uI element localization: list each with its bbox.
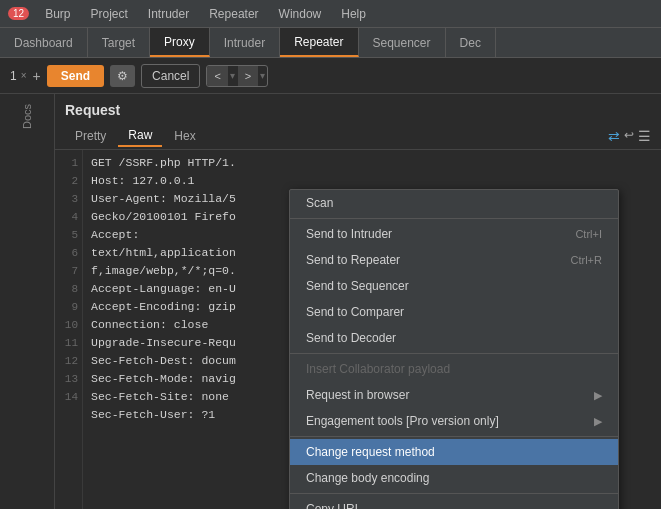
tab-target[interactable]: Target [88,28,150,57]
navigation-buttons: < ▾ > ▾ [206,65,268,87]
ctx-engagement-tools[interactable]: Engagement tools [Pro version only] ▶ [290,408,618,434]
ctx-repeater-shortcut: Ctrl+R [571,254,602,266]
tab-close-btn[interactable]: × [21,70,27,81]
tabs-bar: Dashboard Target Proxy Intruder Repeater… [0,28,661,58]
new-tab-button[interactable]: + [33,68,41,84]
ctx-scan-label: Scan [306,196,333,210]
more-icon[interactable]: ☰ [638,128,651,144]
tab-intruder[interactable]: Intruder [210,28,280,57]
nav-forward-button[interactable]: > [238,66,258,86]
tab-proxy[interactable]: Proxy [150,28,210,57]
tab-raw[interactable]: Raw [118,125,162,147]
ctx-copy-url-label: Copy URL [306,502,361,509]
left-sidebar: Docs [0,94,55,509]
ctx-send-sequencer-label: Send to Sequencer [306,279,409,293]
cancel-button[interactable]: Cancel [141,64,200,88]
tab-repeater[interactable]: Repeater [280,28,358,57]
code-line-1: GET /SSRF.php HTTP/1. [91,154,653,172]
ctx-browser-arrow: ▶ [594,389,602,402]
send-options-button[interactable]: ⚙ [110,65,135,87]
menu-repeater[interactable]: Repeater [199,3,268,25]
line-num-3: 3 [55,190,82,208]
ctx-send-intruder[interactable]: Send to Intruder Ctrl+I [290,221,618,247]
ctx-change-body-encoding[interactable]: Change body encoding [290,465,618,491]
ctx-sep-2 [290,353,618,354]
ctx-sep-4 [290,493,618,494]
docs-label: Docs [21,104,33,129]
ctx-send-repeater-label: Send to Repeater [306,253,400,267]
tab-hex[interactable]: Hex [164,126,205,146]
nav-back-button[interactable]: < [207,66,227,86]
tab-dec[interactable]: Dec [446,28,496,57]
ctx-intruder-shortcut: Ctrl+I [575,228,602,240]
line-num-8: 8 [55,280,82,298]
ctx-send-repeater[interactable]: Send to Repeater Ctrl+R [290,247,618,273]
panel-title: Request [55,94,661,122]
menu-intruder[interactable]: Intruder [138,3,199,25]
nav-dropdown-forward[interactable]: ▾ [258,70,267,81]
ctx-insert-collaborator-label: Insert Collaborator payload [306,362,450,376]
ctx-change-request-method[interactable]: Change request method [290,439,618,465]
line-num-11: 11 [55,334,82,352]
menu-window[interactable]: Window [269,3,332,25]
ctx-insert-collaborator: Insert Collaborator payload [290,356,618,382]
ctx-change-request-method-label: Change request method [306,445,435,459]
menu-project[interactable]: Project [80,3,137,25]
code-line-2: Host: 127.0.0.1 [91,172,653,190]
context-menu: Scan Send to Intruder Ctrl+I Send to Rep… [289,189,619,509]
ctx-send-sequencer[interactable]: Send to Sequencer [290,273,618,299]
main-area: Docs Request Pretty Raw Hex ⇄ ↩ ☰ 1 2 3 … [0,94,661,509]
tab-dashboard[interactable]: Dashboard [0,28,88,57]
menu-bar: 12 Burp Project Intruder Repeater Window… [0,0,661,28]
wrap-icon[interactable]: ↩ [624,128,634,144]
tab-number: 1 × [10,69,27,83]
ctx-sep-1 [290,218,618,219]
line-num-12: 12 [55,352,82,370]
ctx-request-in-browser-label: Request in browser [306,388,409,402]
tab-sequencer[interactable]: Sequencer [359,28,446,57]
toolbar: 1 × + Send ⚙ Cancel < ▾ > ▾ [0,58,661,94]
swap-icon[interactable]: ⇄ [608,128,620,144]
ctx-engagement-arrow: ▶ [594,415,602,428]
line-numbers: 1 2 3 4 5 6 7 8 9 10 11 12 13 14 [55,150,83,509]
ctx-send-intruder-label: Send to Intruder [306,227,392,241]
ctx-request-in-browser[interactable]: Request in browser ▶ [290,382,618,408]
menu-help[interactable]: Help [331,3,376,25]
ctx-copy-url[interactable]: Copy URL [290,496,618,509]
ctx-send-comparer-label: Send to Comparer [306,305,404,319]
nav-dropdown-back[interactable]: ▾ [228,70,237,81]
ctx-send-comparer[interactable]: Send to Comparer [290,299,618,325]
line-num-7: 7 [55,262,82,280]
line-num-2: 2 [55,172,82,190]
panel-actions: ⇄ ↩ ☰ [608,128,651,144]
line-num-14: 14 [55,388,82,406]
ctx-send-decoder[interactable]: Send to Decoder [290,325,618,351]
menu-burp[interactable]: Burp [35,3,80,25]
tab-number-label: 1 [10,69,17,83]
ctx-engagement-tools-label: Engagement tools [Pro version only] [306,414,499,428]
ctx-scan[interactable]: Scan [290,190,618,216]
panel-tabs: Pretty Raw Hex ⇄ ↩ ☰ [55,122,661,150]
notification-badge: 12 [8,7,29,20]
line-num-4: 4 [55,208,82,226]
line-num-1: 1 [55,154,82,172]
ctx-send-decoder-label: Send to Decoder [306,331,396,345]
tab-pretty[interactable]: Pretty [65,126,116,146]
line-num-5: 5 [55,226,82,244]
line-num-13: 13 [55,370,82,388]
line-num-6: 6 [55,244,82,262]
line-num-9: 9 [55,298,82,316]
line-num-10: 10 [55,316,82,334]
ctx-change-body-encoding-label: Change body encoding [306,471,429,485]
ctx-sep-3 [290,436,618,437]
send-button[interactable]: Send [47,65,104,87]
